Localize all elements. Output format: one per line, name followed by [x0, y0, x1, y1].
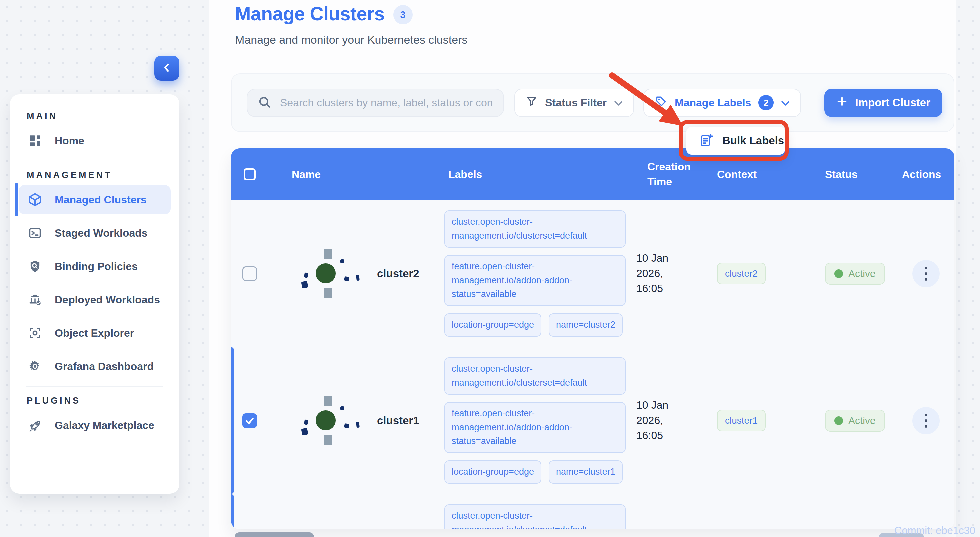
status-dot-icon — [834, 269, 843, 278]
funnel-icon — [526, 95, 538, 110]
shield-search-icon — [27, 259, 43, 274]
cluster-count-badge: 3 — [393, 5, 413, 24]
labels-count-badge: 2 — [758, 95, 774, 110]
manage-labels-label: Manage Labels — [675, 97, 751, 109]
label-chip[interactable]: name=cluster2 — [549, 313, 623, 337]
cluster-name: cluster2 — [377, 265, 433, 282]
sidebar-section-management: MANAGEMENT — [27, 170, 179, 180]
plus-icon — [836, 96, 848, 110]
label-chip[interactable]: name=cluster1 — [549, 460, 623, 484]
sidebar-item-grafana-dashboard[interactable]: Grafana Dashboard — [19, 352, 171, 381]
cluster-icon — [300, 396, 361, 446]
commit-hash-label: Commit: ebe1c30 — [894, 525, 975, 537]
chevron-down-icon — [614, 97, 623, 109]
label-chip[interactable]: cluster.open-cluster-management.io/clust… — [444, 357, 626, 395]
tag-icon — [655, 95, 667, 110]
import-cluster-label: Import Cluster — [855, 96, 930, 109]
sidebar-item-label: Object Explorer — [55, 327, 134, 339]
import-cluster-button[interactable]: Import Cluster — [824, 89, 942, 117]
scan-icon — [27, 325, 43, 341]
column-header-creation-time: Creation Time — [632, 159, 706, 189]
cluster-name: cluster1 — [377, 412, 433, 429]
sidebar-item-label: Home — [55, 135, 84, 147]
column-header-context: Context — [706, 168, 809, 181]
label-chip[interactable]: feature.open-cluster-management.io/addon… — [444, 402, 626, 453]
column-header-name: Name — [268, 168, 435, 181]
cube-icon — [27, 192, 43, 207]
row-actions-menu-button[interactable] — [912, 260, 940, 288]
bulk-labels-menu-item[interactable]: Bulk Labels — [686, 127, 785, 155]
sidebar-divider — [26, 160, 163, 161]
main-content: Manage Clusters 3 Manage and monitor you… — [209, 0, 956, 537]
status-badge: Active — [825, 263, 885, 285]
cluster-icon — [300, 249, 361, 299]
label-chip[interactable]: cluster.open-cluster-management.io/clust… — [444, 504, 626, 529]
status-filter-label: Status Filter — [545, 97, 607, 109]
context-chip[interactable]: cluster2 — [717, 263, 766, 285]
chevron-down-icon — [781, 97, 790, 109]
sidebar-collapse-button[interactable] — [154, 56, 179, 81]
table-header-row: Name Labels Creation Time Context Status… — [231, 148, 955, 200]
sidebar-divider — [26, 386, 163, 387]
sidebar-item-object-explorer[interactable]: Object Explorer — [19, 318, 171, 348]
column-header-actions: Actions — [897, 168, 955, 181]
clusters-table: Name Labels Creation Time Context Status… — [231, 148, 955, 529]
sidebar-item-galaxy-marketplace[interactable]: Galaxy Marketplace — [19, 411, 171, 440]
sidebar-item-staged-workloads[interactable]: Staged Workloads — [19, 218, 171, 248]
sidebar-item-deployed-workloads[interactable]: Deployed Workloads — [19, 285, 171, 315]
sidebar-item-binding-policies[interactable]: Binding Policies — [19, 252, 171, 281]
search-box[interactable] — [247, 89, 504, 117]
page-subtitle: Manage and monitor your Kubernetes clust… — [235, 33, 467, 46]
grafana-icon — [27, 359, 43, 374]
label-chip[interactable]: location-group=edge — [444, 460, 541, 484]
table-row: cluster1 cluster.open-cluster-management… — [231, 347, 955, 494]
bank-check-icon — [27, 292, 43, 307]
column-header-status: Status — [809, 168, 897, 181]
toolbar: Status Filter Manage Labels 2 — [231, 73, 955, 132]
select-all-checkbox[interactable] — [243, 168, 256, 180]
row-checkbox[interactable] — [242, 413, 257, 428]
status-filter-button[interactable]: Status Filter — [514, 89, 634, 117]
label-chip[interactable]: cluster.open-cluster-management.io/clust… — [444, 210, 626, 248]
sidebar-section-main: MAIN — [27, 111, 179, 121]
status-badge: Active — [825, 410, 885, 432]
sidebar-item-label: Deployed Workloads — [55, 294, 160, 306]
row-checkbox[interactable] — [242, 266, 257, 281]
row-actions-menu-button[interactable] — [912, 407, 940, 434]
table-row: cluster2 cluster.open-cluster-management… — [231, 200, 955, 347]
dashboard-icon — [27, 133, 43, 148]
sidebar-item-home[interactable]: Home — [19, 126, 171, 155]
status-dot-icon — [834, 416, 843, 425]
search-input[interactable] — [279, 96, 493, 109]
sidebar-item-label: Grafana Dashboard — [55, 360, 154, 373]
label-chip[interactable]: location-group=edge — [444, 313, 541, 337]
sidebar-item-label: Binding Policies — [55, 261, 138, 273]
bulk-labels-label: Bulk Labels — [722, 134, 784, 147]
sidebar-item-label: Managed Clusters — [55, 194, 147, 206]
table-row: k3d-example-cluster cluster.open-cluster… — [231, 494, 955, 529]
column-header-labels: Labels — [435, 168, 632, 181]
sidebar-section-plugins: PLUGINS — [27, 396, 179, 406]
search-icon — [257, 95, 271, 110]
rocket-icon — [27, 418, 43, 433]
chevron-left-icon — [161, 62, 173, 75]
manage-labels-button[interactable]: Manage Labels 2 — [643, 89, 801, 117]
context-chip[interactable]: cluster1 — [717, 410, 766, 432]
sidebar: MAIN Home MANAGEMENT Managed Clusters St… — [10, 94, 179, 494]
page-title: Manage Clusters — [235, 3, 385, 25]
pagination-button-partial[interactable] — [235, 532, 314, 537]
sidebar-item-label: Staged Workloads — [55, 227, 148, 239]
creation-time: 10 Jan 2026, 16:05 — [632, 251, 682, 296]
label-chip[interactable]: feature.open-cluster-management.io/addon… — [444, 255, 626, 306]
bulk-labels-icon — [699, 133, 714, 149]
terminal-icon — [27, 225, 43, 241]
sidebar-item-label: Galaxy Marketplace — [55, 419, 154, 432]
creation-time: 10 Jan 2026, 16:05 — [632, 398, 682, 443]
sidebar-item-managed-clusters[interactable]: Managed Clusters — [19, 185, 171, 214]
